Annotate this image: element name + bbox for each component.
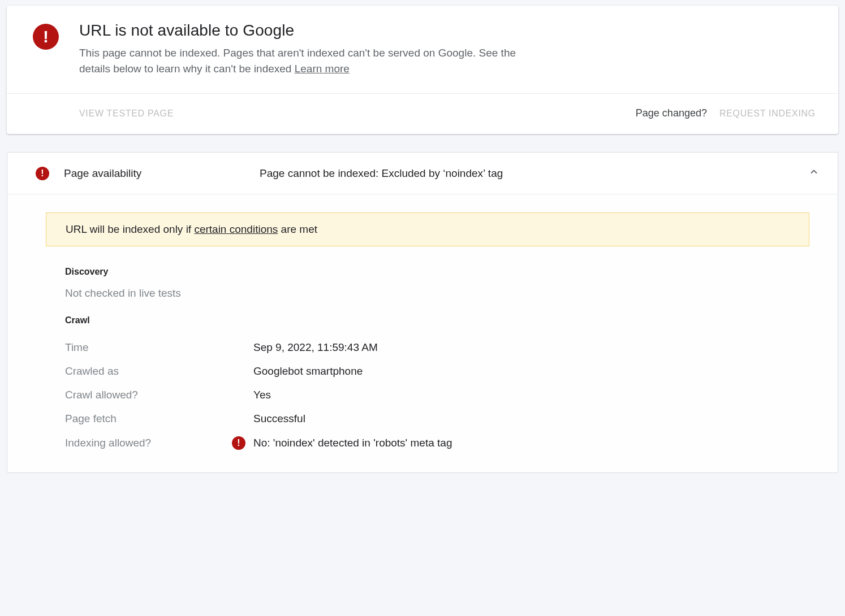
status-card-body: ! URL is not available to Google This pa… — [7, 6, 838, 93]
availability-title: Page availability — [64, 167, 245, 180]
crawl-row-allowed: Crawl allowed? Yes — [65, 383, 809, 407]
row-value: Yes — [253, 389, 809, 401]
status-title: URL is not available to Google — [79, 21, 816, 40]
availability-header[interactable]: ! Page availability Page cannot be index… — [7, 153, 838, 194]
notice-text-after: are met — [278, 223, 317, 235]
chevron-up-icon — [808, 166, 820, 180]
row-value: Successful — [253, 413, 809, 425]
error-icon: ! — [33, 24, 59, 50]
crawl-row-crawled-as: Crawled as Googlebot smartphone — [65, 359, 809, 383]
row-label: Time — [65, 341, 232, 354]
certain-conditions-link[interactable]: certain conditions — [194, 223, 278, 235]
availability-status: Page cannot be indexed: Excluded by ‘noi… — [260, 167, 794, 180]
crawl-rows: Time Sep 9, 2022, 11:59:43 AM Crawled as… — [65, 336, 809, 456]
availability-section: ! Page availability Page cannot be index… — [7, 152, 838, 473]
row-value: No: 'noindex' detected in 'robots' meta … — [253, 437, 809, 449]
row-label: Crawl allowed? — [65, 389, 232, 401]
crawl-row-indexing-allowed: Indexing allowed? ! No: 'noindex' detect… — [65, 431, 809, 456]
availability-body: URL will be indexed only if certain cond… — [7, 194, 838, 472]
crawl-row-time: Time Sep 9, 2022, 11:59:43 AM — [65, 336, 809, 359]
learn-more-link[interactable]: Learn more — [295, 63, 350, 75]
request-indexing-button[interactable]: REQUEST INDEXING — [719, 109, 816, 119]
discovery-heading: Discovery — [65, 267, 809, 277]
view-tested-page-button[interactable]: VIEW TESTED PAGE — [79, 109, 174, 119]
crawl-heading: Crawl — [65, 315, 809, 326]
status-headline: URL is not available to Google This page… — [79, 21, 816, 76]
indexing-notice: URL will be indexed only if certain cond… — [46, 212, 809, 246]
notice-text-before: URL will be indexed only if — [66, 223, 194, 235]
row-label: Indexing allowed? — [65, 437, 232, 449]
status-card: ! URL is not available to Google This pa… — [7, 6, 838, 134]
page-changed-label: Page changed? — [636, 107, 707, 119]
crawl-row-page-fetch: Page fetch Successful — [65, 407, 809, 431]
row-value: Sep 9, 2022, 11:59:43 AM — [253, 341, 809, 354]
row-label: Page fetch — [65, 413, 232, 425]
error-icon: ! — [36, 167, 49, 180]
status-description: This page cannot be indexed. Pages that … — [79, 45, 532, 76]
status-card-actions: VIEW TESTED PAGE Page changed? REQUEST I… — [7, 93, 838, 134]
row-label: Crawled as — [65, 365, 232, 378]
error-icon: ! — [232, 436, 245, 450]
discovery-value: Not checked in live tests — [65, 287, 809, 300]
row-value: Googlebot smartphone — [253, 365, 809, 378]
